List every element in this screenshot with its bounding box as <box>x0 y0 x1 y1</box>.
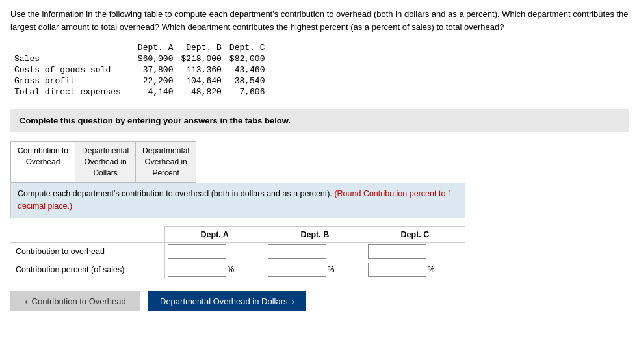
row-gross-a: 22,200 <box>134 75 177 86</box>
intro-text: Use the information in the following tab… <box>10 8 629 33</box>
next-button[interactable]: Departmental Overhead in Dollars › <box>148 291 306 311</box>
table-row: Sales $60,000 $218,000 $82,000 <box>10 53 268 64</box>
bottom-nav: ‹ Contribution to Overhead Departmental … <box>10 291 629 311</box>
row-direct-label: Total direct expenses <box>10 86 134 98</box>
prev-arrow-icon: ‹ <box>25 296 27 306</box>
contribution-percent-c-input[interactable] <box>368 263 426 277</box>
answer-row-percent: Contribution percent (of sales) % % <box>10 261 465 279</box>
row-gross-label: Gross profit <box>10 75 134 86</box>
next-arrow-icon: › <box>292 296 294 306</box>
percent-sign-c: % <box>428 265 435 274</box>
contribution-overhead-c-cell <box>365 242 465 261</box>
answer-table-header-row: Dept. A Dept. B Dept. C <box>10 226 465 242</box>
row-direct-c: 7,606 <box>226 86 269 98</box>
row-sales-label: Sales <box>10 53 134 64</box>
row-cogs-c: 43,460 <box>226 64 269 75</box>
contribution-percent-a-input[interactable] <box>168 263 226 277</box>
row-cogs-a: 37,800 <box>134 64 177 75</box>
contribution-percent-a-cell: % <box>164 261 265 279</box>
col-label-header <box>10 42 134 53</box>
row-direct-a: 4,140 <box>134 86 177 98</box>
tab-departmental-dollars[interactable]: DepartmentalOverhead inDollars <box>75 142 136 182</box>
answer-col-c-header: Dept. C <box>365 226 465 242</box>
row-cogs-b: 113,360 <box>177 64 225 75</box>
contribution-percent-label: Contribution percent (of sales) <box>10 261 164 279</box>
answer-col-label-header <box>10 226 164 242</box>
contribution-percent-c-cell: % <box>365 261 465 279</box>
data-table: Dept. A Dept. B Dept. C Sales $60,000 $2… <box>10 42 268 98</box>
col-dept-b-header: Dept. B <box>177 42 225 53</box>
contribution-overhead-c-input[interactable] <box>368 244 426 259</box>
next-button-label: Departmental Overhead in Dollars <box>160 296 288 306</box>
tab-contribution-overhead[interactable]: Contribution toOverhead <box>11 142 75 182</box>
data-table-wrapper: Dept. A Dept. B Dept. C Sales $60,000 $2… <box>10 42 629 98</box>
prev-button-label: Contribution to Overhead <box>32 296 126 306</box>
contribution-overhead-b-cell <box>265 242 365 261</box>
prev-button[interactable]: ‹ Contribution to Overhead <box>10 291 140 311</box>
contribution-overhead-a-cell <box>164 242 265 261</box>
answer-row-contribution: Contribution to overhead <box>10 242 465 261</box>
row-cogs-label: Costs of goods sold <box>10 64 134 75</box>
col-dept-a-header: Dept. A <box>134 42 177 53</box>
row-gross-b: 104,640 <box>177 75 225 86</box>
table-header-row: Dept. A Dept. B Dept. C <box>10 42 268 53</box>
row-gross-c: 38,540 <box>226 75 269 86</box>
tab-dept-percent-label: DepartmentalOverhead inPercent <box>142 146 189 177</box>
description-box: Compute each department's contribution t… <box>10 183 465 218</box>
answer-col-b-header: Dept. B <box>265 226 365 242</box>
description-main-text: Compute each department's contribution t… <box>18 189 334 198</box>
table-row: Total direct expenses 4,140 48,820 7,606 <box>10 86 268 98</box>
tab-contribution-label: Contribution toOverhead <box>18 146 68 166</box>
col-dept-c-header: Dept. C <box>226 42 269 53</box>
row-sales-b: $218,000 <box>177 53 225 64</box>
contribution-percent-b-input[interactable] <box>268 263 326 277</box>
row-sales-a: $60,000 <box>134 53 177 64</box>
instruction-box: Complete this question by entering your … <box>10 109 629 132</box>
row-sales-c: $82,000 <box>226 53 269 64</box>
table-row: Costs of goods sold 37,800 113,360 43,46… <box>10 64 268 75</box>
answer-table-wrapper: Dept. A Dept. B Dept. C Contribution to … <box>10 226 465 280</box>
percent-sign-a: % <box>228 265 235 274</box>
contribution-overhead-label: Contribution to overhead <box>10 242 164 261</box>
tab-departmental-percent[interactable]: DepartmentalOverhead inPercent <box>136 142 196 182</box>
answer-col-a-header: Dept. A <box>164 226 265 242</box>
answer-table: Dept. A Dept. B Dept. C Contribution to … <box>10 226 465 280</box>
table-row: Gross profit 22,200 104,640 38,540 <box>10 75 268 86</box>
percent-sign-b: % <box>328 265 335 274</box>
row-direct-b: 48,820 <box>177 86 225 98</box>
contribution-percent-b-cell: % <box>265 261 365 279</box>
instruction-text: Complete this question by entering your … <box>20 116 291 125</box>
tab-dept-dollars-label: DepartmentalOverhead inDollars <box>82 146 129 177</box>
contribution-overhead-a-input[interactable] <box>168 244 226 259</box>
contribution-overhead-b-input[interactable] <box>268 244 326 259</box>
